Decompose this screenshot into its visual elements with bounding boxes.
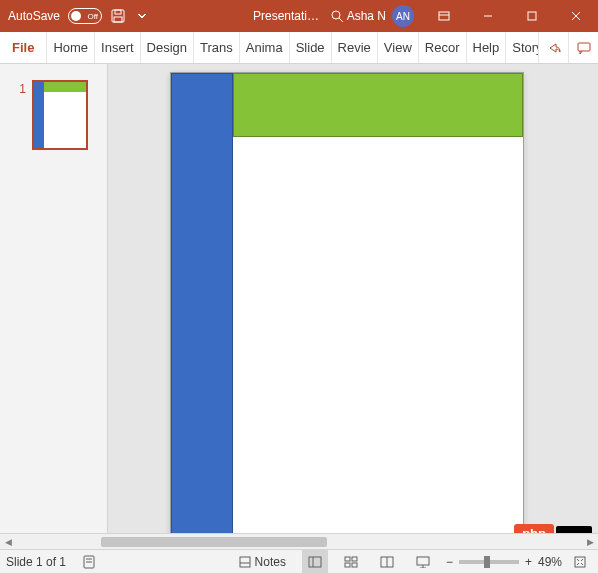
notes-label: Notes [255, 555, 286, 569]
user-section[interactable]: Asha N AN [339, 5, 422, 27]
svg-rect-2 [114, 17, 122, 22]
svg-rect-21 [345, 563, 350, 567]
tab-help[interactable]: Help [467, 32, 507, 63]
tab-review[interactable]: Revie [332, 32, 378, 63]
overflow-icon[interactable] [134, 8, 150, 24]
user-name: Asha N [347, 9, 386, 23]
svg-rect-22 [352, 563, 357, 567]
main-area: 1 php [0, 64, 598, 549]
thumb-green-shape [44, 82, 86, 92]
normal-view-button[interactable] [302, 550, 328, 573]
horizontal-scrollbar[interactable]: ◀ ▶ [0, 533, 598, 549]
tab-home[interactable]: Home [47, 32, 95, 63]
autosave-label: AutoSave [8, 9, 60, 23]
zoom-knob[interactable] [484, 556, 490, 568]
slide-editor[interactable]: php [108, 64, 598, 549]
scroll-thumb[interactable] [101, 537, 327, 547]
search-icon[interactable] [329, 8, 345, 24]
tab-file[interactable]: File [0, 32, 47, 63]
tab-transitions[interactable]: Trans [194, 32, 240, 63]
titlebar-left: AutoSave Off [0, 8, 150, 24]
share-button[interactable] [538, 32, 568, 63]
svg-rect-5 [439, 12, 449, 20]
accessibility-icon[interactable] [76, 550, 102, 573]
ribbon: File Home Insert Design Trans Anima Slid… [0, 32, 598, 64]
scroll-right-arrow[interactable]: ▶ [582, 534, 598, 550]
tab-view[interactable]: View [378, 32, 419, 63]
zoom-out-button[interactable]: − [446, 555, 453, 569]
svg-point-3 [332, 11, 340, 19]
svg-line-4 [339, 18, 343, 22]
minimize-button[interactable] [466, 0, 510, 32]
comments-button[interactable] [568, 32, 598, 63]
ribbon-tabs: File Home Insert Design Trans Anima Slid… [0, 32, 538, 63]
slide-thumbnail-1[interactable] [32, 80, 88, 150]
autosave-toggle[interactable]: Off [68, 8, 102, 24]
tab-animations[interactable]: Anima [240, 32, 290, 63]
zoom-in-button[interactable]: + [525, 555, 532, 569]
svg-rect-15 [240, 557, 250, 567]
ribbon-right [538, 32, 598, 63]
svg-rect-27 [575, 557, 585, 567]
scroll-track[interactable] [16, 534, 582, 550]
document-title[interactable]: Presentati… [253, 9, 319, 23]
svg-rect-8 [528, 12, 536, 20]
zoom-slider[interactable] [459, 560, 519, 564]
toggle-knob [71, 11, 81, 21]
slide-number: 1 [19, 82, 26, 96]
fit-to-window-button[interactable] [568, 556, 592, 568]
slide-canvas[interactable] [170, 72, 524, 544]
tab-storyline[interactable]: Storyl [506, 32, 538, 63]
maximize-button[interactable] [510, 0, 554, 32]
tab-insert[interactable]: Insert [95, 32, 141, 63]
save-icon[interactable] [110, 8, 126, 24]
thumbnail-pane[interactable]: 1 [0, 64, 108, 549]
autosave-state: Off [88, 12, 99, 21]
svg-rect-17 [309, 557, 321, 567]
ribbon-display-button[interactable] [422, 0, 466, 32]
slide-sorter-button[interactable] [338, 550, 364, 573]
slide-indicator[interactable]: Slide 1 of 1 [6, 555, 66, 569]
tab-slideshow[interactable]: Slide [290, 32, 332, 63]
thumbnail-row: 1 [19, 80, 88, 150]
slideshow-button[interactable] [410, 550, 436, 573]
svg-rect-24 [417, 557, 429, 565]
zoom-controls: − + 49% [446, 555, 592, 569]
green-rectangle-shape[interactable] [233, 73, 523, 137]
titlebar-right: Asha N AN [339, 0, 598, 32]
svg-rect-19 [345, 557, 350, 561]
svg-rect-11 [578, 43, 590, 51]
scroll-left-arrow[interactable]: ◀ [0, 534, 16, 550]
avatar: AN [392, 5, 414, 27]
tab-design[interactable]: Design [141, 32, 194, 63]
thumb-blue-shape [34, 82, 44, 148]
svg-rect-20 [352, 557, 357, 561]
notes-button[interactable]: Notes [233, 550, 292, 573]
zoom-label[interactable]: 49% [538, 555, 562, 569]
svg-rect-1 [115, 10, 121, 14]
tab-record[interactable]: Recor [419, 32, 467, 63]
blue-rectangle-shape[interactable] [171, 73, 233, 543]
status-bar: Slide 1 of 1 Notes − + 49% [0, 549, 598, 573]
title-bar: AutoSave Off Presentati… Asha N AN [0, 0, 598, 32]
title-center: Presentati… [253, 8, 345, 24]
reading-view-button[interactable] [374, 550, 400, 573]
close-button[interactable] [554, 0, 598, 32]
